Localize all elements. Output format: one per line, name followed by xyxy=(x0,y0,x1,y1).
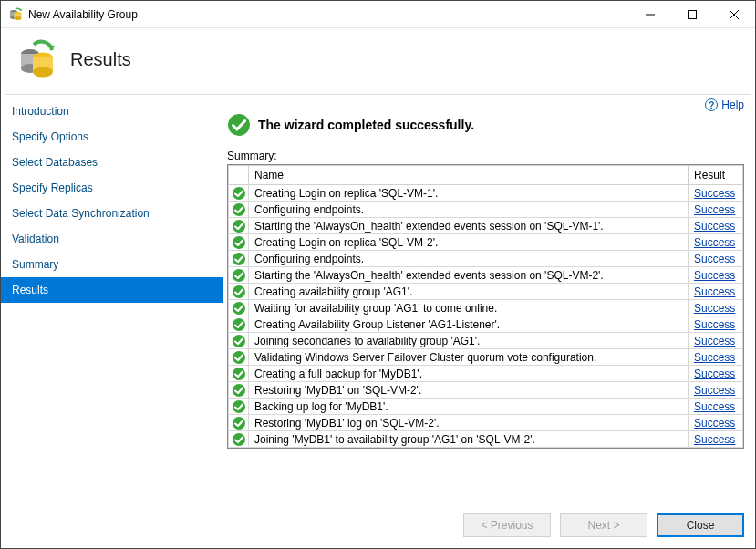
next-button: Next > xyxy=(560,513,647,537)
svg-point-19 xyxy=(233,269,245,282)
sidebar-item[interactable]: Introduction xyxy=(1,98,223,124)
table-row: Creating availability group 'AG1'.Succes… xyxy=(229,284,743,300)
row-name: Joining 'MyDB1' to availability group 'A… xyxy=(249,431,689,448)
result-link[interactable]: Success xyxy=(694,236,735,249)
row-name: Creating Availability Group Listener 'AG… xyxy=(249,316,689,333)
result-link[interactable]: Success xyxy=(694,253,735,265)
row-result: Success xyxy=(689,202,743,218)
results-table: Name Result Creating Login on replica 'S… xyxy=(228,165,743,448)
table-row: Joining secondaries to availability grou… xyxy=(229,333,743,349)
result-link[interactable]: Success xyxy=(694,384,735,397)
row-status-icon xyxy=(229,366,249,382)
result-link[interactable]: Success xyxy=(694,400,735,413)
sidebar-item[interactable]: Summary xyxy=(1,252,223,277)
row-status-icon xyxy=(229,284,249,300)
row-result: Success xyxy=(689,382,743,399)
row-result: Success xyxy=(689,218,743,234)
sidebar-item[interactable]: Validation xyxy=(1,226,223,252)
table-row: Configuring endpoints.Success xyxy=(229,202,743,218)
svg-point-20 xyxy=(233,285,245,298)
success-check-icon xyxy=(232,268,246,283)
minimize-button[interactable] xyxy=(629,1,671,28)
sidebar-item-label: Specify Options xyxy=(12,130,88,143)
result-link[interactable]: Success xyxy=(694,335,735,347)
table-row: Creating Availability Group Listener 'AG… xyxy=(229,316,743,333)
table-row: Restoring 'MyDB1' on 'SQL-VM-2'.Success xyxy=(229,382,743,399)
row-name: Configuring endpoints. xyxy=(249,251,689,267)
row-name: Creating Login on replica 'SQL-VM-1'. xyxy=(249,185,689,202)
table-row: Restoring 'MyDB1' log on 'SQL-VM-2'.Succ… xyxy=(229,415,743,431)
success-check-icon xyxy=(232,301,246,316)
maximize-button[interactable] xyxy=(671,1,713,28)
result-link[interactable]: Success xyxy=(694,285,735,298)
result-link[interactable]: Success xyxy=(694,269,735,282)
sidebar-item[interactable]: Specify Replicas xyxy=(1,175,223,201)
success-check-icon xyxy=(232,416,246,430)
wizard-footer: < Previous Next > Close xyxy=(1,504,755,548)
row-status-icon xyxy=(229,185,249,202)
result-link[interactable]: Success xyxy=(694,433,735,446)
sidebar-item[interactable]: Specify Options xyxy=(1,124,223,150)
help-icon: ? xyxy=(705,98,718,111)
success-check-icon xyxy=(232,202,246,217)
row-status-icon xyxy=(229,316,249,333)
success-check-icon xyxy=(232,235,246,250)
row-status-icon xyxy=(229,234,249,251)
sidebar-item[interactable]: Select Databases xyxy=(1,150,223,175)
close-window-button[interactable] xyxy=(713,1,755,28)
table-row: Creating Login on replica 'SQL-VM-2'.Suc… xyxy=(229,234,743,251)
status-line: The wizard completed successfully. xyxy=(227,113,744,137)
success-check-icon xyxy=(232,399,246,414)
success-check-icon xyxy=(232,383,246,398)
row-status-icon xyxy=(229,333,249,349)
row-result: Success xyxy=(689,399,743,415)
window-title: New Availability Group xyxy=(28,8,629,21)
row-status-icon xyxy=(229,300,249,316)
help-link[interactable]: Help xyxy=(721,98,744,111)
sidebar-item[interactable]: Select Data Synchronization xyxy=(1,201,223,226)
svg-point-29 xyxy=(233,433,245,446)
result-link[interactable]: Success xyxy=(694,351,735,364)
sidebar-item-label: Summary xyxy=(12,258,58,271)
results-header-result[interactable]: Result xyxy=(689,166,743,185)
result-link[interactable]: Success xyxy=(694,187,735,200)
result-link[interactable]: Success xyxy=(694,417,735,430)
result-link[interactable]: Success xyxy=(694,368,735,380)
success-check-icon xyxy=(232,186,246,201)
svg-point-14 xyxy=(233,187,245,200)
svg-point-21 xyxy=(233,302,245,315)
results-header-icon[interactable] xyxy=(229,166,249,185)
row-name: Creating Login on replica 'SQL-VM-2'. xyxy=(249,234,689,251)
svg-point-26 xyxy=(233,384,245,397)
sidebar-item[interactable]: Results xyxy=(1,277,223,303)
success-check-icon xyxy=(232,317,246,332)
success-check-icon xyxy=(232,367,246,381)
row-result: Success xyxy=(689,366,743,382)
svg-point-5 xyxy=(15,16,22,20)
svg-point-16 xyxy=(233,220,245,233)
row-name: Joining secondaries to availability grou… xyxy=(249,333,689,349)
result-link[interactable]: Success xyxy=(694,203,735,216)
result-link[interactable]: Success xyxy=(694,318,735,331)
svg-rect-6 xyxy=(689,10,697,18)
summary-label: Summary: xyxy=(227,150,744,162)
table-row: Starting the 'AlwaysOn_health' extended … xyxy=(229,267,743,284)
row-result: Success xyxy=(689,415,743,431)
table-row: Backing up log for 'MyDB1'.Success xyxy=(229,399,743,415)
close-button[interactable]: Close xyxy=(657,513,744,537)
row-status-icon xyxy=(229,431,249,448)
table-row: Validating Windows Server Failover Clust… xyxy=(229,349,743,366)
svg-point-18 xyxy=(233,253,245,265)
previous-button: < Previous xyxy=(463,513,551,537)
row-name: Configuring endpoints. xyxy=(249,202,689,218)
row-result: Success xyxy=(689,267,743,284)
row-name: Starting the 'AlwaysOn_health' extended … xyxy=(249,267,689,284)
result-link[interactable]: Success xyxy=(694,302,735,315)
result-link[interactable]: Success xyxy=(694,220,735,233)
status-message: The wizard completed successfully. xyxy=(258,118,474,132)
sidebar-item-label: Select Databases xyxy=(12,156,98,169)
success-check-icon xyxy=(232,285,246,299)
content-pane: ? Help The wizard completed successfully… xyxy=(223,95,755,504)
results-header-name[interactable]: Name xyxy=(249,166,689,185)
app-icon xyxy=(8,7,23,22)
